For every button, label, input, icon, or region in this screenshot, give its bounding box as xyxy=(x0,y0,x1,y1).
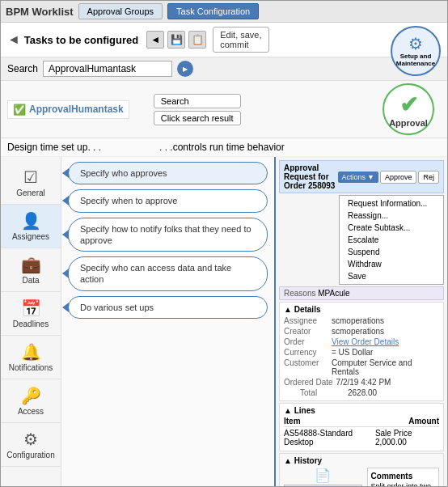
sidebar-label-deadlines: Deadlines xyxy=(13,320,49,328)
search-result-label: ApprovalHumantask xyxy=(29,104,124,115)
deadlines-icon: 📅 xyxy=(21,299,41,318)
bubble-specify-who[interactable]: Specify who approves xyxy=(68,162,268,184)
setup-circle[interactable]: ⚙ Setup and Maintenance xyxy=(391,26,441,76)
body: ☑ General 👤 Assignees 💼 Data 📅 Deadlines… xyxy=(1,157,447,486)
approval-check-icon: ✔ xyxy=(399,91,418,118)
commit-btn[interactable]: 📋 xyxy=(188,31,206,49)
detail-creator: Creator scmoperations xyxy=(284,326,439,337)
actions-dropdown-menu: Request Information... Reassign... Creat… xyxy=(339,195,444,285)
approval-header: Approval Request for Order 258093 Action… xyxy=(279,160,444,193)
notifications-icon: 🔔 xyxy=(21,342,41,362)
assignees-icon: 👤 xyxy=(21,211,41,231)
line-item-row: AS54888-Standard Desktop Sale Price 2,00… xyxy=(284,427,439,448)
reasons-value: MPAcule xyxy=(318,289,349,298)
design-header-left: Design time set up. . . xyxy=(7,142,159,153)
reject-btn[interactable]: Rej xyxy=(418,171,439,184)
sidebar-label-assignees: Assignees xyxy=(12,232,49,241)
design-area: Specify who approves Specify when to app… xyxy=(61,157,447,486)
tasks-title: Tasks to be configured xyxy=(24,34,138,46)
approval-label: Approval xyxy=(389,118,428,128)
main-container: BPM Worklist Approval Groups Task Config… xyxy=(0,0,448,487)
lines-amount-header: Amount xyxy=(408,417,439,426)
actions-dropdown-btn[interactable]: Actions ▼ xyxy=(338,172,378,183)
line-item-name: AS54888-Standard Desktop xyxy=(284,429,375,447)
sidebar-item-access[interactable]: 🔑 Access xyxy=(1,379,61,423)
comments-box: Comments Split order into two orders so … xyxy=(367,468,439,486)
action-withdraw[interactable]: Withdraw xyxy=(340,258,443,270)
sidebar: ☑ General 👤 Assignees 💼 Data 📅 Deadlines… xyxy=(1,157,61,486)
nav-back-btn[interactable]: ◄ xyxy=(146,31,164,49)
bubble-specify-notify[interactable]: Specify how to notify folks that they ne… xyxy=(68,218,268,252)
sidebar-item-notifications[interactable]: 🔔 Notifications xyxy=(1,336,61,379)
action-reassign[interactable]: Reassign... xyxy=(340,210,443,222)
detail-assignee: Assignee scmoperations xyxy=(284,315,439,326)
sidebar-item-deadlines[interactable]: 📅 Deadlines xyxy=(1,292,61,336)
action-suspend[interactable]: Suspend xyxy=(340,246,443,258)
history-stage-label: Order Approval Stage xyxy=(284,485,362,486)
history-doc-icon: 📄 xyxy=(315,468,331,483)
approval-title: Approval Request for Order 258093 xyxy=(284,163,338,190)
configuration-icon: ⚙ xyxy=(23,430,38,449)
detail-total: Total 2628.00 xyxy=(284,387,439,398)
action-escalate[interactable]: Escalate xyxy=(340,234,443,246)
search-result-icon: ✅ xyxy=(13,104,26,116)
detail-ordered-date: Ordered Date 7/2/19 4:42 PM xyxy=(284,377,439,387)
comments-title: Comments xyxy=(371,472,435,481)
action-save[interactable]: Save xyxy=(340,270,443,282)
sidebar-label-general: General xyxy=(16,188,45,197)
search-input[interactable] xyxy=(43,61,172,77)
reasons-row: Reasons MPAcule xyxy=(279,286,444,300)
comments-text: Split order into two orders so total is … xyxy=(371,482,435,486)
callout-click: Click search result xyxy=(154,111,241,125)
header: BPM Worklist Approval Groups Task Config… xyxy=(1,1,447,23)
detail-customer: Customer Computer Service and Rentals xyxy=(284,358,439,377)
search-label: Search xyxy=(7,63,38,74)
sidebar-item-general[interactable]: ☑ General xyxy=(1,161,61,205)
setup-label: Setup and Maintenance xyxy=(392,53,439,68)
history-label: History xyxy=(294,456,322,465)
order-link[interactable]: View Order Details xyxy=(332,337,399,346)
access-icon: 🔑 xyxy=(21,386,41,405)
detail-currency: Currency = US Dollar xyxy=(284,347,439,358)
callout-search: Search xyxy=(154,94,241,108)
lines-item-header: Item xyxy=(284,417,301,426)
bubble-specify-when[interactable]: Specify when to approve xyxy=(68,189,268,212)
actions-chevron-icon: ▼ xyxy=(367,173,374,181)
sidebar-item-configuration[interactable]: ⚙ Configuration xyxy=(1,423,61,467)
setup-gear-icon: ⚙ xyxy=(408,34,423,53)
design-right-panel: Approval Request for Order 258093 Action… xyxy=(276,157,447,486)
search-bar: Search xyxy=(1,57,447,81)
sidebar-label-data: Data xyxy=(22,276,39,285)
search-play-btn[interactable] xyxy=(177,61,193,77)
general-icon: ☑ xyxy=(23,167,38,187)
history-left: 📄 Order Approval Stage ↓ Patric 📄 xyxy=(284,468,362,486)
tab-approval-groups[interactable]: Approval Groups xyxy=(78,3,163,19)
design-header-right: . . .controls run time behavior xyxy=(159,142,441,153)
sidebar-label-configuration: Configuration xyxy=(6,451,54,459)
approve-btn[interactable]: Approve xyxy=(380,171,417,184)
tab-task-configuration[interactable]: Task Configuration xyxy=(167,3,259,19)
data-icon: 💼 xyxy=(21,255,41,274)
details-section: ▲ Details Assignee scmoperations Creator… xyxy=(279,302,444,401)
search-result-item[interactable]: ✅ ApprovalHumantask xyxy=(7,100,129,119)
design-left-panel: Specify who approves Specify when to app… xyxy=(61,157,276,486)
bubble-specify-access[interactable]: Specify who can access data and take act… xyxy=(68,256,268,291)
edit-callout: Edit, save, commit xyxy=(213,27,268,53)
save-btn[interactable]: 💾 xyxy=(167,31,185,49)
approval-circle[interactable]: ✔ Approval xyxy=(382,83,434,135)
app-title: BPM Worklist xyxy=(6,6,74,18)
action-create-subtask[interactable]: Create Subtask... xyxy=(340,222,443,234)
lines-section: ▲ Lines Item Amount AS54888-Standard Des… xyxy=(279,403,444,451)
sidebar-label-access: Access xyxy=(18,407,44,416)
sidebar-item-assignees[interactable]: 👤 Assignees xyxy=(1,205,61,248)
line-sale-price: Sale Price 2,000.00 xyxy=(375,429,439,447)
sidebar-label-notifications: Notifications xyxy=(9,363,53,372)
lines-header: Item Amount xyxy=(284,417,439,427)
sidebar-item-data[interactable]: 💼 Data xyxy=(1,248,61,292)
detail-order: Order View Order Details xyxy=(284,337,439,347)
action-request-info[interactable]: Request Information... xyxy=(340,197,443,210)
bubble-various-setups[interactable]: Do various set ups xyxy=(68,296,268,319)
history-section: ▲ History 📄 Order Approval Stage ↓ Patri… xyxy=(279,453,444,486)
